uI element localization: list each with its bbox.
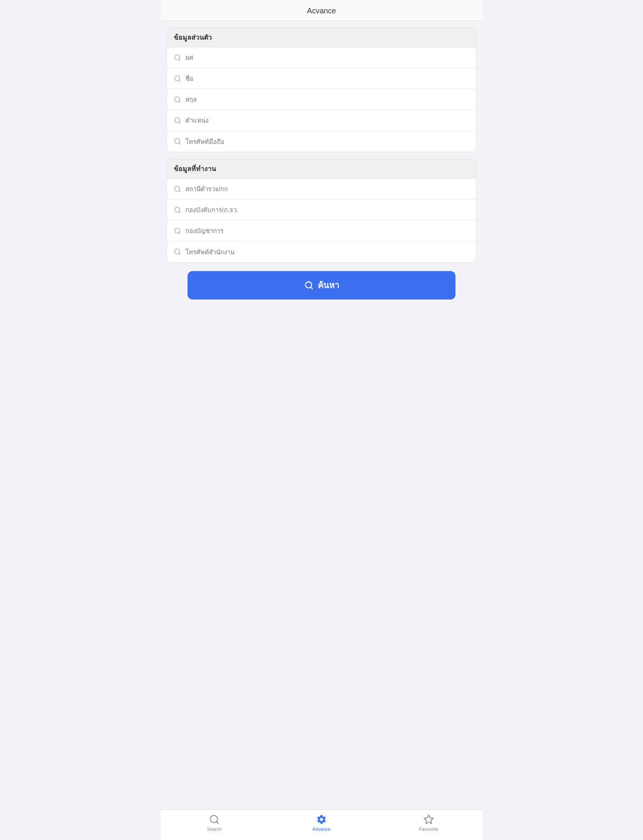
svg-line-5 [179, 101, 180, 102]
nav-search-label: Search [207, 827, 222, 832]
personal-info-section: ข้อมูลส่วนตัว [167, 28, 476, 152]
svg-line-9 [179, 143, 180, 144]
nav-advance-label: Advance [313, 827, 331, 832]
svg-line-3 [179, 80, 180, 81]
rank-row [167, 47, 476, 68]
svg-line-11 [179, 190, 180, 192]
nav-search[interactable]: Search [200, 814, 229, 832]
svg-line-17 [179, 253, 180, 254]
personal-section-header: ข้อมูลส่วนตัว [167, 28, 476, 47]
work-section-header: ข้อมูลที่ทำงาน [167, 159, 476, 179]
nav-search-icon [209, 814, 220, 825]
svg-line-19 [311, 287, 312, 289]
nav-advance-gear-icon [316, 814, 327, 825]
firstname-search-icon [174, 75, 181, 82]
division-input[interactable] [185, 206, 469, 213]
main-content: ข้อมูลส่วนตัว [161, 21, 482, 840]
search-button-icon [304, 281, 314, 290]
nav-favourite[interactable]: Favourite [414, 814, 443, 832]
position-input[interactable] [185, 117, 469, 124]
svg-line-21 [216, 822, 219, 824]
office-phone-row [167, 241, 476, 262]
search-button-label: ค้นหา [318, 279, 339, 292]
bureau-input[interactable] [185, 227, 469, 234]
work-info-section: ข้อมูลที่ทำงาน [167, 159, 476, 263]
svg-marker-22 [424, 815, 433, 824]
svg-line-1 [179, 59, 180, 60]
rank-input[interactable] [185, 54, 469, 61]
division-row [167, 200, 476, 220]
svg-line-13 [179, 211, 180, 213]
work-section-title: ข้อมูลที่ทำงาน [174, 165, 216, 172]
position-row [167, 110, 476, 131]
bureau-row [167, 220, 476, 241]
app-header: Acvance [161, 0, 482, 21]
personal-section-title: ข้อมูลส่วนตัว [174, 34, 212, 41]
station-row [167, 179, 476, 200]
position-search-icon [174, 117, 181, 124]
nav-favourite-label: Favourite [419, 827, 438, 832]
mobile-row [167, 131, 476, 152]
nav-advance[interactable]: Advance [307, 814, 336, 832]
lastname-search-icon [174, 96, 181, 103]
svg-line-7 [179, 122, 180, 123]
office-phone-input[interactable] [185, 248, 469, 256]
bureau-search-icon [174, 227, 181, 235]
firstname-row [167, 68, 476, 89]
rank-search-icon [174, 54, 181, 61]
station-search-icon [174, 185, 181, 193]
header-title: Acvance [307, 7, 336, 15]
lastname-input[interactable] [185, 96, 469, 103]
station-input[interactable] [185, 185, 469, 192]
office-phone-search-icon [174, 248, 181, 256]
search-button[interactable]: ค้นหา [188, 271, 455, 300]
mobile-search-icon [174, 138, 181, 145]
lastname-row [167, 89, 476, 110]
mobile-input[interactable] [185, 138, 469, 145]
bottom-nav: Search Advance Favourite [161, 809, 482, 840]
firstname-input[interactable] [185, 75, 469, 82]
division-search-icon [174, 206, 181, 214]
svg-line-15 [179, 232, 180, 233]
nav-favourite-icon [423, 814, 434, 825]
